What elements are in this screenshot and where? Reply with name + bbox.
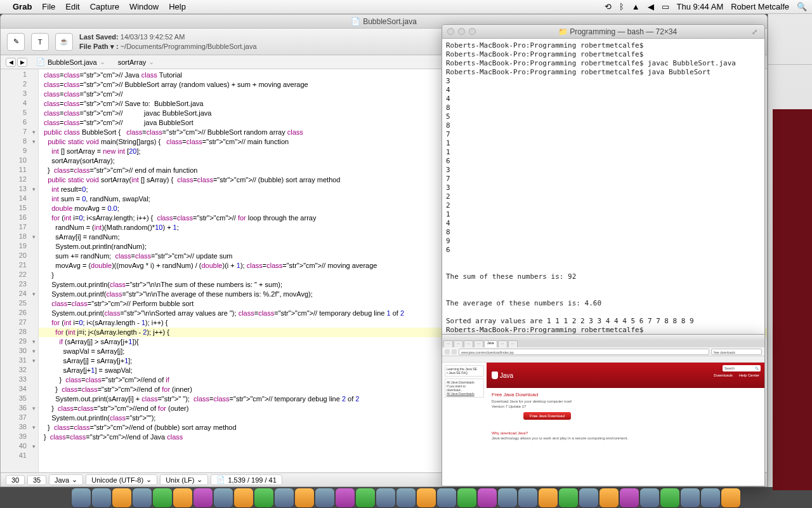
battery-icon[interactable]: ▭ — [662, 2, 669, 11]
user-menu[interactable]: Robert Metcalfe — [731, 2, 789, 11]
dock-app[interactable] — [640, 488, 659, 507]
dock-app[interactable] — [660, 488, 679, 507]
dock-app[interactable] — [214, 488, 233, 507]
dock-app[interactable] — [92, 488, 111, 507]
dock-app[interactable] — [112, 488, 131, 507]
tab-active[interactable]: Java — [484, 340, 497, 347]
browser-toolbar: www.java.com/en/download/index.jsp free … — [442, 347, 764, 356]
terminal-titlebar[interactable]: 📁 Programming — bash — 72×34 ⤢ — [442, 25, 764, 39]
cursor-col: 35 — [27, 475, 46, 485]
dock-app[interactable] — [681, 488, 700, 507]
page-heading: Free Java Download — [492, 392, 759, 398]
dock-app[interactable] — [701, 488, 720, 507]
dock-app[interactable] — [275, 488, 294, 507]
page-sidebar: Learning the Java SE• Java SE FAQ All Ja… — [442, 363, 487, 486]
dock-app[interactable] — [193, 488, 213, 507]
dock-app[interactable] — [721, 488, 740, 507]
download-button[interactable]: Free Java Download — [523, 412, 571, 420]
dock-app[interactable] — [133, 488, 152, 507]
app-menu[interactable]: Grab — [13, 2, 32, 11]
minimize-icon[interactable] — [458, 28, 465, 35]
edit-icon[interactable]: ✎ — [7, 33, 25, 51]
bluetooth-icon[interactable]: ᛒ — [619, 2, 624, 11]
dock-app[interactable] — [498, 488, 517, 507]
dock-app[interactable] — [417, 488, 436, 507]
zoom-icon[interactable] — [469, 28, 476, 35]
line-ending-selector[interactable]: Unix (LF) ⌄ — [160, 474, 208, 485]
dock-app[interactable] — [599, 488, 619, 507]
dock-app[interactable] — [315, 488, 334, 507]
address-bar[interactable]: www.java.com/en/download/index.jsp — [459, 349, 709, 355]
dock-app[interactable] — [254, 488, 273, 507]
tab[interactable]: … — [454, 340, 463, 347]
wifi-icon[interactable]: ▲ — [632, 2, 640, 11]
saved-value: 14/03/13 9:42:52 AM — [121, 33, 185, 41]
dock-app[interactable] — [295, 488, 314, 507]
path-label: File Path ▾ : — [79, 43, 119, 50]
close-icon[interactable] — [447, 28, 454, 35]
background-window — [768, 14, 812, 487]
dock-app[interactable] — [539, 488, 558, 507]
line-gutter: 1234567▾8▾910111213▾1415161718▾192021222… — [1, 69, 39, 472]
spotlight-icon[interactable]: 🔍 — [797, 2, 807, 11]
dock — [0, 486, 812, 508]
menu-window[interactable]: Window — [129, 2, 159, 11]
dock-app[interactable] — [579, 488, 598, 507]
menu-edit[interactable]: Edit — [65, 2, 79, 11]
nav-back-icon[interactable]: ◀ — [6, 58, 16, 67]
page-text: Download Java for your desktop computer … — [492, 399, 759, 403]
menu-capture[interactable]: Capture — [90, 2, 119, 11]
menu-file[interactable]: File — [42, 2, 55, 11]
crumb-file[interactable]: 📄 BubbleSort.java ⌄ — [32, 58, 109, 66]
folder-icon: 📁 — [558, 27, 568, 36]
back-icon[interactable] — [445, 349, 450, 354]
dock-app[interactable] — [437, 488, 456, 507]
dock-app[interactable] — [72, 488, 91, 507]
menu-help[interactable]: Help — [169, 2, 186, 11]
cursor-row: 30 — [6, 475, 25, 485]
tab[interactable]: … — [464, 340, 473, 347]
tab[interactable]: … — [498, 340, 508, 347]
java-logo-text: Java — [500, 372, 513, 379]
nav-downloads[interactable]: Downloads — [714, 373, 733, 377]
dock-app[interactable] — [396, 488, 416, 507]
dock-app[interactable] — [376, 488, 395, 507]
volume-icon[interactable]: ◀ — [648, 2, 654, 11]
dock-app[interactable] — [336, 488, 355, 507]
dock-app[interactable] — [356, 488, 375, 507]
dock-app[interactable] — [559, 488, 578, 507]
window-title: BubbleSort.java — [363, 15, 417, 29]
nav-help[interactable]: Help Center — [739, 373, 759, 377]
dock-app[interactable] — [153, 488, 172, 507]
language-selector[interactable]: Java ⌄ — [49, 474, 83, 485]
tab[interactable]: … — [474, 340, 483, 347]
dock-app[interactable] — [478, 488, 497, 507]
browser-window: …………Java…… www.java.com/en/download/inde… — [442, 334, 765, 486]
encoding-selector[interactable]: Unicode (UTF-8) ⌄ — [86, 474, 157, 485]
search-field[interactable]: free downloads — [711, 349, 762, 355]
timemachine-icon[interactable]: ⟲ — [605, 2, 612, 11]
path-value: ~/Documents/Programming/BubbleSort.java — [121, 43, 257, 50]
page-subheading: Why download Java? — [492, 431, 759, 435]
nav-fwd-icon[interactable]: ▶ — [17, 58, 27, 67]
dock-app[interactable] — [457, 488, 476, 507]
hero-search[interactable]: Search — [724, 365, 735, 371]
dock-app[interactable] — [620, 488, 639, 507]
page-text: Version 7 Update 17 — [492, 404, 759, 408]
forward-icon[interactable] — [452, 349, 457, 354]
crumb-function[interactable]: sortArray ⌄ — [114, 58, 159, 66]
java-logo-icon — [492, 371, 498, 379]
text-style-icon[interactable]: T — [31, 33, 49, 51]
menubar: Grab File Edit Capture Window Help ⟲ ᛒ ▲… — [0, 0, 812, 14]
fullscreen-icon[interactable]: ⤢ — [752, 28, 759, 36]
tab[interactable]: … — [508, 340, 518, 347]
page-text: Java technology allows you to work and p… — [492, 436, 759, 440]
dock-app[interactable] — [173, 488, 192, 507]
terminal-title: Programming — bash — 72×34 — [570, 27, 677, 36]
tab[interactable]: … — [443, 340, 453, 347]
dock-app[interactable] — [518, 488, 537, 507]
java-icon[interactable]: ☕ — [55, 33, 73, 51]
dock-app[interactable] — [234, 488, 253, 507]
clock[interactable]: Thu 9:44 AM — [677, 2, 724, 11]
terminal-body[interactable]: Roberts-MacBook-Pro:Programming robertme… — [442, 39, 764, 340]
